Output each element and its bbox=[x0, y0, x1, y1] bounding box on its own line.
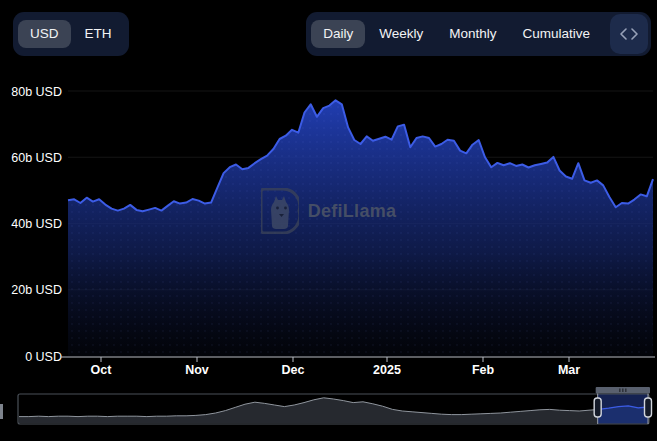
navigator-left-handle[interactable] bbox=[594, 398, 601, 417]
x-axis-tick-label: Oct bbox=[91, 363, 113, 377]
tvl-area-chart[interactable]: 0 USD20b USD40b USD60b USD80b USDOctNovD… bbox=[0, 0, 657, 441]
tab-cumulative[interactable]: Cumulative bbox=[510, 20, 602, 48]
currency-option-usd[interactable]: USD bbox=[18, 20, 71, 48]
x-axis-tick-label: Feb bbox=[472, 363, 495, 377]
tab-weekly[interactable]: Weekly bbox=[367, 20, 435, 48]
x-axis-tick-label: Nov bbox=[185, 363, 209, 377]
y-axis-tick-label: 80b USD bbox=[11, 85, 62, 99]
currency-option-eth[interactable]: ETH bbox=[73, 20, 124, 48]
x-axis-tick-label: Dec bbox=[282, 363, 305, 377]
y-axis-tick-label: 0 USD bbox=[25, 350, 62, 364]
embed-chart-button[interactable] bbox=[610, 14, 648, 54]
navigator-right-handle[interactable] bbox=[645, 398, 652, 417]
tab-daily[interactable]: Daily bbox=[311, 20, 365, 48]
navigator-left-edge-mark bbox=[0, 404, 3, 419]
y-axis-tick-label: 60b USD bbox=[11, 151, 62, 165]
interval-tabs: Daily Weekly Monthly Cumulative bbox=[306, 12, 651, 56]
x-axis-tick-label: Mar bbox=[558, 363, 580, 377]
y-axis-tick-label: 40b USD bbox=[11, 217, 62, 231]
y-axis-tick-label: 20b USD bbox=[11, 283, 62, 297]
tab-monthly[interactable]: Monthly bbox=[437, 20, 508, 48]
tvl-chart-widget: 0 USD20b USD40b USD60b USD80b USDOctNovD… bbox=[0, 0, 657, 441]
x-axis-tick-label: 2025 bbox=[373, 363, 401, 377]
tvl-area-texture bbox=[68, 100, 653, 356]
currency-toggle: USD ETH bbox=[13, 12, 129, 56]
code-angle-brackets-icon bbox=[620, 28, 638, 40]
navigator-area-fill bbox=[19, 398, 648, 423]
